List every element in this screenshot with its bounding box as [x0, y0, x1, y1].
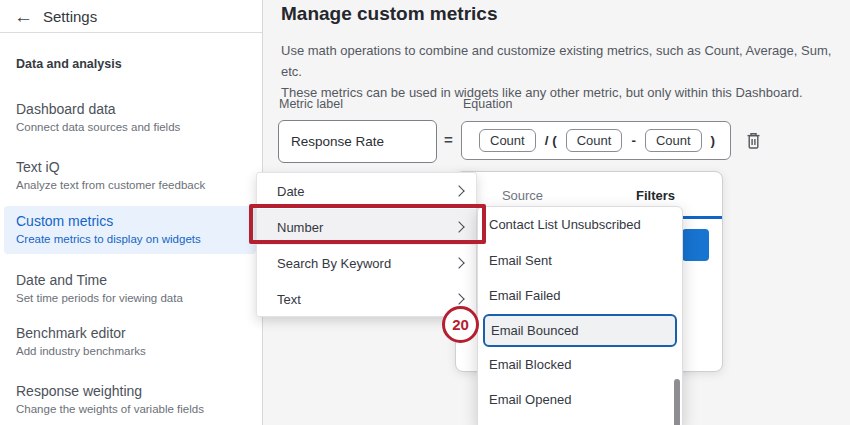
- sidebar-item-subtitle: Add industry benchmarks: [16, 343, 146, 359]
- submenu-item-email-sent[interactable]: Email Sent: [478, 243, 682, 279]
- trash-icon: [745, 132, 762, 150]
- description-line-2: These metrics can be used in widgets lik…: [281, 82, 850, 103]
- equation-operand-chip[interactable]: Count: [479, 129, 536, 152]
- menu-item-label: Text: [277, 292, 301, 307]
- submenu-item-label: Email Bounced: [491, 323, 578, 338]
- sidebar-item-date-and-time[interactable]: Date and Time Set time periods for viewi…: [16, 271, 183, 306]
- description-line-1: Use math operations to combine and custo…: [281, 40, 850, 82]
- sidebar-item-benchmark-editor[interactable]: Benchmark editor Add industry benchmarks: [16, 324, 146, 359]
- panel-action-button[interactable]: [682, 229, 709, 261]
- equation-operand-chip[interactable]: Count: [566, 129, 623, 152]
- submenu-item-email-opened[interactable]: Email Opened: [478, 382, 682, 418]
- settings-sidebar: ← Settings Data and analysis Dashboard d…: [0, 0, 263, 425]
- menu-item-label: Date: [277, 184, 304, 199]
- page-title: Manage custom metrics: [281, 3, 497, 25]
- settings-window: ← Settings Data and analysis Dashboard d…: [0, 0, 850, 425]
- submenu-item-label: Email Sent: [489, 253, 552, 268]
- equation-operator: ): [711, 133, 716, 148]
- equation-operator: / (: [545, 133, 557, 148]
- menu-item-label: Search By Keyword: [277, 256, 391, 271]
- submenu-item-label: Email Opened: [489, 392, 571, 407]
- submenu-scrollbar-thumb[interactable]: [674, 379, 680, 425]
- submenu-item-label: Email Blocked: [489, 357, 571, 372]
- sidebar-item-dashboard-data[interactable]: Dashboard data Connect data sources and …: [16, 100, 180, 135]
- submenu-item-contact-list-unsubscribed[interactable]: Contact List Unsubscribed: [478, 207, 682, 243]
- delete-metric-button[interactable]: [741, 129, 765, 153]
- submenu-item-email-bounced[interactable]: Email Bounced: [483, 314, 677, 347]
- equation-operator: -: [631, 133, 636, 148]
- sidebar-item-title: Text iQ: [16, 158, 205, 176]
- annotation-step-badge: 20: [442, 306, 479, 343]
- number-field-submenu: Contact List Unsubscribed Email Sent Ema…: [477, 206, 683, 425]
- sidebar-item-subtitle: Set time periods for viewing data: [16, 290, 183, 306]
- submenu-item-email-blocked[interactable]: Email Blocked: [478, 347, 682, 383]
- chevron-right-icon: [453, 185, 464, 196]
- menu-item-text[interactable]: Text: [257, 281, 476, 317]
- menu-item-search-by-keyword[interactable]: Search By Keyword: [257, 245, 476, 281]
- equals-sign: =: [444, 131, 453, 148]
- field-type-menu: Date Number Search By Keyword Text: [256, 172, 477, 317]
- annotation-step-number: 20: [452, 316, 469, 333]
- sidebar-item-subtitle: Connect data sources and fields: [16, 119, 180, 135]
- sidebar-item-response-weighting[interactable]: Response weighting Change the weights of…: [16, 382, 204, 417]
- back-arrow-icon[interactable]: ←: [14, 7, 33, 26]
- metric-label-input[interactable]: Response Rate: [278, 120, 437, 163]
- sidebar-section-label: Data and analysis: [16, 57, 122, 71]
- sidebar-item-subtitle: Change the weights of variable fields: [16, 401, 204, 417]
- equation-operand-chip[interactable]: Count: [645, 129, 702, 152]
- metric-label-value: Response Rate: [291, 134, 384, 149]
- sidebar-item-text-iq[interactable]: Text iQ Analyze text from customer feedb…: [16, 158, 205, 193]
- chevron-right-icon: [453, 257, 464, 268]
- chevron-right-icon: [453, 293, 464, 304]
- sidebar-item-title: Response weighting: [16, 382, 204, 400]
- sidebar-item-subtitle: Analyze text from customer feedback: [16, 177, 205, 193]
- sidebar-item-title: Date and Time: [16, 271, 183, 289]
- submenu-item-label: Contact List Unsubscribed: [489, 217, 641, 232]
- sidebar-item-subtitle: Create metrics to display on widgets: [16, 231, 256, 247]
- page-description: Use math operations to combine and custo…: [281, 40, 850, 103]
- menu-item-date[interactable]: Date: [257, 173, 476, 209]
- sidebar-item-title: Benchmark editor: [16, 324, 146, 342]
- menu-item-label: Number: [277, 220, 323, 235]
- equation-caption: Equation: [463, 97, 512, 111]
- sidebar-item-title: Custom metrics: [16, 212, 256, 230]
- sidebar-item-custom-metrics[interactable]: Custom metrics Create metrics to display…: [4, 206, 256, 254]
- metric-label-caption: Metric label: [279, 97, 343, 111]
- sidebar-item-title: Dashboard data: [16, 100, 180, 118]
- submenu-item-label: Email Failed: [489, 288, 561, 303]
- equation-builder: Count / ( Count - Count ): [461, 121, 731, 160]
- chevron-right-icon: [453, 221, 464, 232]
- sidebar-header: ← Settings: [0, 0, 262, 33]
- submenu-item-email-failed[interactable]: Email Failed: [478, 278, 682, 314]
- sidebar-title: Settings: [43, 8, 97, 25]
- menu-item-number[interactable]: Number: [257, 209, 476, 245]
